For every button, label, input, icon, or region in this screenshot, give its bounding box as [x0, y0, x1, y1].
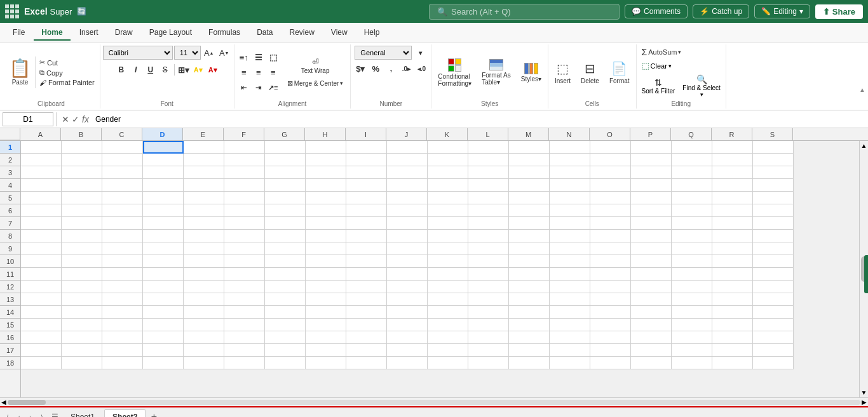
sheet-list-button[interactable]: ☰	[48, 411, 61, 417]
row-header-7[interactable]: 7	[0, 217, 20, 230]
delete-button[interactable]: ⊟ Delete	[577, 59, 603, 86]
cell-e1[interactable]	[184, 141, 224, 154]
increase-decimal-button[interactable]: ◂.0	[414, 62, 428, 76]
row-header-6[interactable]: 6	[0, 204, 20, 217]
col-header-r[interactable]: R	[712, 128, 752, 141]
row-header-2[interactable]: 2	[0, 154, 20, 166]
col-header-i[interactable]: I	[346, 128, 386, 141]
clear-button[interactable]: ⬚ Clear ▾	[639, 60, 674, 72]
row-header-5[interactable]: 5	[0, 192, 20, 204]
col-header-d[interactable]: D	[142, 128, 183, 141]
scroll-track[interactable]	[8, 400, 860, 405]
scroll-left-arrow[interactable]: ◀	[1, 399, 6, 406]
row-header-17[interactable]: 17	[0, 344, 20, 357]
horizontal-scrollbar[interactable]: ◀ ▶	[0, 397, 868, 406]
scroll-down-arrow[interactable]: ▼	[860, 389, 868, 396]
find-select-button[interactable]: 🔍 Find & Select ▾	[680, 73, 722, 99]
grid-apps-icon[interactable]	[5, 4, 19, 18]
paste-button[interactable]: 📋 Paste	[5, 56, 36, 88]
sheet-nav-last[interactable]: ⟩	[37, 412, 47, 417]
row-header-18[interactable]: 18	[0, 357, 20, 369]
formula-input[interactable]	[95, 115, 865, 124]
cell-m1[interactable]	[509, 141, 550, 154]
align-bottom-right-button[interactable]: ≡	[266, 65, 280, 79]
row-header-14[interactable]: 14	[0, 306, 20, 319]
underline-button[interactable]: U	[144, 63, 158, 77]
increase-font-button[interactable]: A▲	[202, 46, 216, 60]
cell-b1[interactable]	[62, 141, 102, 154]
align-bottom-left-button[interactable]: ≡	[237, 65, 251, 79]
add-sheet-button[interactable]: +	[147, 410, 161, 417]
number-format-select[interactable]: General	[355, 46, 412, 60]
merge-center-button[interactable]: ⊠ Merge & Center ▾	[283, 77, 348, 89]
row-header-13[interactable]: 13	[0, 293, 20, 306]
align-top-center-button[interactable]: ☰	[252, 50, 266, 64]
col-header-o[interactable]: O	[590, 128, 630, 141]
col-header-c[interactable]: C	[102, 128, 142, 141]
format-painter-button[interactable]: 🖌 Format Painter	[37, 78, 97, 87]
decrease-font-button[interactable]: A▼	[217, 46, 231, 60]
strikethrough-button[interactable]: S	[158, 63, 172, 77]
row-header-15[interactable]: 15	[0, 319, 20, 331]
sheet-tab-sheet1[interactable]: Sheet1	[62, 409, 103, 417]
cell-f1[interactable]	[224, 141, 265, 154]
align-bottom-center-button[interactable]: ≡	[252, 65, 266, 79]
col-header-m[interactable]: M	[508, 128, 549, 141]
tab-insert[interactable]: Insert	[72, 25, 106, 41]
cell-q1[interactable]	[672, 141, 712, 154]
sheet-nav-prev[interactable]: ‹	[14, 412, 24, 417]
col-header-h[interactable]: H	[305, 128, 346, 141]
cell-c1[interactable]	[102, 141, 143, 154]
format-button[interactable]: 📄 Format	[606, 59, 634, 86]
cell-j1[interactable]	[387, 141, 428, 154]
ribbon-collapse-button[interactable]: ▲	[859, 86, 865, 93]
comma-button[interactable]: ,	[384, 62, 398, 76]
bold-button[interactable]: B	[114, 63, 128, 77]
conditional-formatting-button[interactable]: ConditionalFormatting▾	[434, 56, 475, 89]
cell-h1[interactable]	[306, 141, 346, 154]
cell-n1[interactable]	[550, 141, 590, 154]
autosum-button[interactable]: Σ AutoSum ▾	[639, 46, 684, 58]
row-header-11[interactable]: 11	[0, 268, 20, 281]
sheet-tab-sheet2[interactable]: Sheet2	[104, 409, 146, 418]
font-color-button[interactable]: A▾	[206, 63, 220, 77]
search-bar[interactable]: 🔍 Search (Alt + Q)	[429, 4, 620, 20]
sort-filter-button[interactable]: ⇅ Sort & Filter	[639, 76, 678, 96]
tab-draw[interactable]: Draw	[107, 25, 140, 41]
row-header-10[interactable]: 10	[0, 255, 20, 268]
decrease-decimal-button[interactable]: .0▸	[399, 62, 413, 76]
cell-s1[interactable]	[753, 141, 794, 154]
cell-l1[interactable]	[468, 141, 509, 154]
col-header-g[interactable]: G	[264, 128, 305, 141]
cell-g1[interactable]	[265, 141, 306, 154]
row-header-1[interactable]: 1	[0, 141, 20, 154]
row-header-16[interactable]: 16	[0, 331, 20, 344]
col-header-j[interactable]: J	[386, 128, 427, 141]
catchup-button[interactable]: ⚡ Catch up	[693, 4, 749, 18]
row-header-12[interactable]: 12	[0, 281, 20, 293]
scroll-right-arrow[interactable]: ▶	[862, 399, 867, 406]
col-header-l[interactable]: L	[468, 128, 508, 141]
tab-page-layout[interactable]: Page Layout	[142, 25, 200, 41]
indent-left-button[interactable]: ⇤	[237, 81, 251, 95]
align-top-right-button[interactable]: ⬚	[266, 50, 280, 64]
scroll-thumb-h[interactable]	[8, 400, 46, 405]
tab-review[interactable]: Review	[281, 25, 322, 41]
scroll-up-arrow[interactable]: ▲	[860, 142, 868, 149]
indent-right-button[interactable]: ⇥	[252, 81, 266, 95]
italic-button[interactable]: I	[129, 63, 143, 77]
col-header-a[interactable]: A	[20, 128, 61, 141]
cut-button[interactable]: ✂ Cut	[37, 58, 97, 67]
row-header-8[interactable]: 8	[0, 230, 20, 242]
tab-view[interactable]: View	[323, 25, 355, 41]
cancel-icon[interactable]: ✕	[62, 114, 69, 124]
font-size-select[interactable]: 11	[174, 46, 201, 60]
col-header-b[interactable]: B	[61, 128, 102, 141]
tab-data[interactable]: Data	[249, 25, 280, 41]
insert-button[interactable]: ⬚ Insert	[551, 59, 574, 86]
format-as-table-button[interactable]: Format AsTable▾	[478, 57, 515, 88]
col-header-n[interactable]: N	[549, 128, 590, 141]
fill-color-button[interactable]: A▾	[191, 63, 205, 77]
text-wrap-button[interactable]: ⏎ Text Wrap	[283, 56, 348, 76]
editing-button[interactable]: ✏️ Editing ▾	[754, 4, 810, 18]
